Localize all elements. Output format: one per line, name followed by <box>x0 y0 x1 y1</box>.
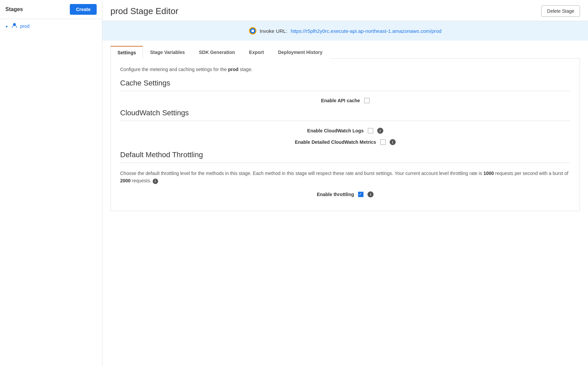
cache-divider <box>120 91 570 91</box>
sidebar-title: Stages <box>5 6 23 12</box>
invoke-url-banner: Invoke URL: https://r5plh2y0rc.execute-a… <box>102 21 588 41</box>
throttle-burst: 2000 <box>120 178 131 183</box>
invoke-label: Invoke URL: <box>260 28 288 34</box>
page-title: prod Stage Editor <box>110 6 178 16</box>
cloudwatch-metrics-info-icon[interactable]: i <box>390 139 396 145</box>
enable-cloudwatch-logs-row: Enable CloudWatch Logs i <box>120 128 570 134</box>
tab-sdk-generation[interactable]: SDK Generation <box>192 46 242 59</box>
cloudwatch-divider <box>120 121 570 121</box>
cloudwatch-logs-info-icon[interactable]: i <box>377 128 383 134</box>
stage-name-bold: prod <box>228 67 238 72</box>
throttling-info-icon[interactable]: i <box>368 191 374 197</box>
create-button[interactable]: Create <box>70 4 97 15</box>
sidebar-item-label: prod <box>20 23 30 29</box>
settings-intro: Configure the metering and caching setti… <box>120 67 570 72</box>
throttle-desc-part1: Choose the default throttling level for … <box>120 171 484 176</box>
enable-throttling-label: Enable throttling <box>317 192 354 197</box>
invoke-url-link[interactable]: https://r5plh2y0rc.execute-api.ap-northe… <box>291 28 441 34</box>
radio-icon <box>249 27 256 35</box>
intro-text: Configure the metering and caching setti… <box>120 67 228 72</box>
tab-settings[interactable]: Settings <box>110 46 143 59</box>
intro-suffix: stage. <box>239 67 253 72</box>
sidebar-item-prod[interactable]: ► prod <box>0 19 102 33</box>
enable-api-cache-checkbox[interactable] <box>364 98 370 103</box>
enable-cloudwatch-logs-checkbox[interactable] <box>368 128 373 133</box>
enable-cloudwatch-metrics-checkbox[interactable] <box>380 139 386 145</box>
tabs-container: Settings Stage Variables SDK Generation … <box>102 41 588 59</box>
main-header: prod Stage Editor Delete Stage <box>102 0 588 21</box>
settings-content: Configure the metering and caching setti… <box>110 59 580 211</box>
enable-cloudwatch-metrics-label: Enable Detailed CloudWatch Metrics <box>295 139 376 145</box>
enable-cloudwatch-metrics-row: Enable Detailed CloudWatch Metrics i <box>120 139 570 145</box>
throttling-title: Default Method Throttling <box>120 150 570 159</box>
tab-deployment-history[interactable]: Deployment History <box>271 46 329 59</box>
tab-export[interactable]: Export <box>242 46 271 59</box>
throttle-desc-part2: requests per second with a burst of <box>494 171 569 176</box>
throttling-description: Choose the default throttling level for … <box>120 170 570 185</box>
main-content: prod Stage Editor Delete Stage Invoke UR… <box>102 0 588 366</box>
enable-cloudwatch-logs-label: Enable CloudWatch Logs <box>307 128 363 133</box>
throttle-desc-part3: requests. <box>131 178 151 183</box>
stage-icon <box>11 22 17 30</box>
tabs: Settings Stage Variables SDK Generation … <box>110 46 580 59</box>
tab-stage-variables[interactable]: Stage Variables <box>143 46 192 59</box>
sidebar: Stages Create ► prod <box>0 0 102 366</box>
sidebar-header: Stages Create <box>0 0 102 19</box>
enable-api-cache-row: Enable API cache <box>120 98 570 103</box>
cache-settings-title: Cache Settings <box>120 79 570 87</box>
delete-stage-button[interactable]: Delete Stage <box>541 5 580 17</box>
enable-api-cache-label: Enable API cache <box>321 98 360 103</box>
throttle-rate: 1000 <box>484 171 494 176</box>
enable-throttling-row: Enable throttling i <box>120 191 570 197</box>
enable-throttling-checkbox[interactable] <box>358 192 363 197</box>
chevron-right-icon: ► <box>5 24 9 28</box>
throttling-desc-info-icon[interactable]: i <box>153 179 158 184</box>
throttling-divider <box>120 163 570 163</box>
cloudwatch-settings-title: CloudWatch Settings <box>120 109 570 117</box>
